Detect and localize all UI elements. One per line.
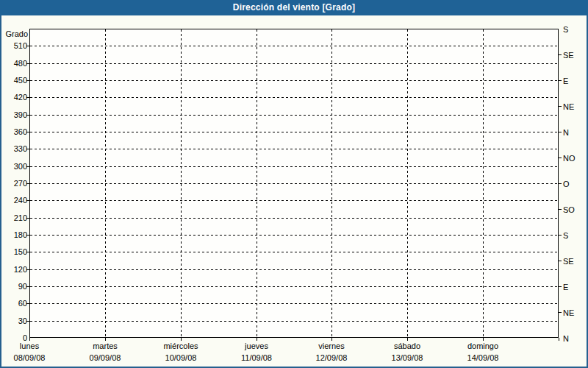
compass-label: SO — [563, 205, 575, 214]
v-gridline — [181, 29, 182, 337]
v-gridline — [257, 29, 257, 337]
y-axis-title: Grado — [3, 29, 28, 38]
x-axis-weekday-label: domingo — [445, 342, 521, 351]
x-axis-weekday-label: martes — [67, 342, 143, 351]
compass-tick — [559, 80, 562, 81]
y-axis-tick-label: 300 — [1, 162, 27, 171]
x-axis-weekday-label: viernes — [293, 342, 370, 351]
x-axis-weekday-label: sábado — [369, 342, 445, 351]
h-gridline — [30, 97, 558, 98]
x-axis-tick — [181, 338, 182, 341]
h-gridline — [30, 46, 558, 46]
h-gridline — [30, 269, 558, 270]
h-gridline — [30, 321, 558, 322]
x-axis-date-label: 11/09/08 — [218, 353, 295, 363]
h-gridline — [30, 218, 558, 219]
y-axis-tick-label: 420 — [1, 93, 27, 102]
y-axis-tick-label: 210 — [1, 213, 27, 222]
x-axis-weekday-label: lunes — [0, 342, 68, 351]
h-gridline — [30, 200, 558, 201]
h-gridline — [30, 286, 558, 287]
x-axis-date-label: 10/09/08 — [143, 353, 219, 363]
v-gridline — [483, 29, 484, 337]
h-gridline — [30, 235, 558, 236]
x-axis-tick — [559, 338, 559, 341]
compass-label: NO — [563, 154, 576, 163]
h-gridline — [30, 132, 558, 132]
x-axis-tick — [29, 338, 30, 341]
x-axis-tick — [407, 338, 408, 341]
compass-label: S — [563, 25, 568, 34]
compass-tick — [559, 312, 562, 313]
x-axis-date-label: 08/09/08 — [0, 353, 68, 363]
compass-tick — [559, 132, 562, 132]
y-axis-tick-label: 390 — [1, 110, 27, 119]
x-axis-tick — [331, 338, 332, 341]
compass-label: NE — [563, 102, 574, 111]
h-gridline — [30, 80, 558, 81]
compass-label: SE — [563, 51, 574, 60]
y-axis-tick-label: 150 — [1, 247, 27, 256]
compass-tick — [559, 235, 562, 236]
compass-label: E — [563, 77, 568, 85]
compass-tick — [559, 261, 562, 261]
y-axis-tick-label: 510 — [1, 41, 27, 50]
chart-window: Dirección del viento [Grado] Grado 03060… — [0, 0, 588, 368]
compass-tick — [559, 54, 562, 55]
x-axis-date-label: 09/09/08 — [67, 353, 143, 363]
compass-tick — [559, 209, 562, 210]
compass-label: O — [563, 180, 570, 188]
h-gridline — [30, 63, 558, 64]
y-axis-tick-label: 450 — [1, 76, 27, 85]
compass-label: N — [563, 334, 569, 343]
compass-label: E — [563, 283, 568, 291]
h-gridline — [30, 183, 558, 184]
h-gridline — [30, 166, 558, 167]
compass-label: S — [563, 231, 568, 240]
compass-tick — [559, 106, 562, 107]
chart-title: Dirección del viento [Grado] — [0, 0, 588, 15]
compass-tick — [559, 286, 562, 287]
x-axis-tick — [483, 338, 484, 341]
y-axis-tick-label: 480 — [1, 59, 27, 68]
h-gridline — [30, 149, 558, 149]
v-gridline — [407, 29, 408, 337]
x-axis-weekday-label: miércoles — [143, 342, 219, 351]
v-gridline — [105, 29, 106, 337]
compass-label: SE — [563, 257, 574, 266]
y-axis-tick-label: 330 — [1, 144, 27, 153]
y-axis-tick-label: 90 — [1, 282, 27, 291]
h-gridline — [30, 115, 558, 116]
compass-tick — [559, 158, 562, 158]
x-axis-weekday-label: jueves — [218, 342, 295, 351]
v-gridline — [331, 29, 332, 337]
x-axis-date-label: 12/09/08 — [293, 353, 370, 363]
compass-label: N — [563, 128, 569, 137]
y-axis-tick-label: 30 — [1, 316, 27, 325]
y-axis-tick-label: 360 — [1, 127, 27, 136]
x-axis-date-label: 14/09/08 — [445, 353, 521, 363]
compass-label: NE — [563, 308, 574, 317]
h-gridline — [30, 252, 558, 252]
compass-tick — [559, 183, 562, 184]
x-axis-tick — [257, 338, 257, 341]
y-axis-tick-label: 270 — [1, 179, 27, 188]
y-axis-tick-label: 120 — [1, 265, 27, 274]
h-gridline — [30, 303, 558, 304]
y-axis-tick-label: 240 — [1, 196, 27, 205]
y-axis-tick-label: 180 — [1, 230, 27, 239]
x-axis-tick — [105, 338, 106, 341]
y-axis-tick-label: 60 — [1, 299, 27, 308]
x-axis-date-label: 13/09/08 — [369, 353, 445, 363]
